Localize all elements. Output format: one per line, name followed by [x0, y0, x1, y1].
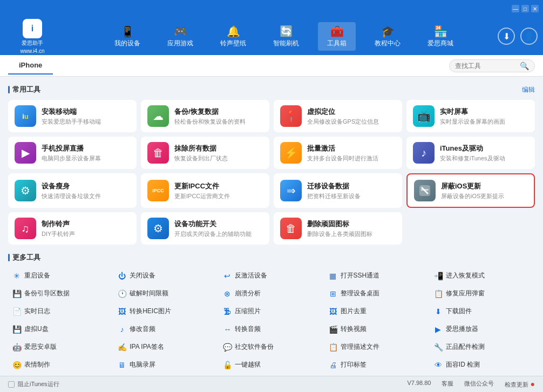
more-tool-item[interactable]: 🤖 爱思安卓版: [8, 339, 113, 355]
common-tool-item[interactable]: ⚙ 设备功能开关 开启或关闭设备上的辅助功能: [141, 212, 269, 245]
more-tool-item[interactable]: 👁 面容ID 检测: [430, 357, 535, 373]
common-tool-item[interactable]: iu 安装移动端 安装爱思助手手移动端: [8, 100, 137, 132]
more-tool-label: 转换视频: [341, 325, 366, 334]
search-input[interactable]: [455, 62, 520, 70]
update-link[interactable]: 检查更新 ●: [505, 380, 535, 389]
close-btn[interactable]: ✕: [531, 5, 539, 12]
more-tool-item[interactable]: 📄 实时日志: [8, 303, 113, 319]
nav-apps[interactable]: 🎮 应用游戏: [159, 22, 201, 51]
shop-icon: 🏪: [434, 25, 447, 38]
tool-icon: ♪: [413, 142, 435, 164]
tool-desc: 把资料迁移至新设备: [307, 192, 361, 200]
more-tool-item[interactable]: 🖼 图片去重: [324, 303, 430, 319]
tool-text: 实时屏幕 实时显示设备屏幕的画面: [440, 107, 505, 126]
more-tool-item[interactable]: 🔧 正品配件检测: [430, 339, 535, 355]
more-tool-item[interactable]: 📋 修复应用弹窗: [430, 286, 535, 301]
common-tool-item[interactable]: ⚡ 批量激活 支持多台设备同时进行激活: [274, 137, 402, 169]
more-tool-item[interactable]: 🕐 破解时间限额: [113, 286, 219, 301]
update-dot: ●: [531, 380, 535, 388]
more-tool-icon: 📋: [329, 343, 337, 352]
iphone-tab[interactable]: iPhone: [8, 57, 53, 75]
more-tool-label: 电脑录屏: [130, 360, 155, 369]
more-tool-item[interactable]: ▶ 爱思播放器: [430, 321, 535, 337]
maximize-btn[interactable]: □: [521, 5, 529, 12]
more-tool-item[interactable]: 📲 进入恢复模式: [430, 268, 535, 283]
status-right: V7.98.80 客服 微信公众号 检查更新 ●: [407, 380, 535, 389]
tool-desc: 快速清理设备垃圾文件: [42, 192, 101, 200]
more-tool-icon: ⬇: [434, 307, 443, 316]
more-tool-item[interactable]: 🗜 压缩照片: [219, 303, 324, 319]
more-tool-item[interactable]: ♪ 修改音频: [113, 321, 219, 337]
more-tool-item[interactable]: 🖥 电脑录屏: [113, 357, 219, 373]
tool-desc: DIY手机铃声: [42, 230, 75, 238]
wechat-link[interactable]: 微信公众号: [464, 380, 494, 389]
more-tool-icon: 🖼: [118, 307, 126, 316]
edit-button[interactable]: 编辑: [522, 85, 535, 94]
common-tool-item[interactable]: 🗑 抹除所有数据 恢复设备到出厂状态: [141, 137, 269, 169]
common-tool-item[interactable]: IPCC 更新IPCC文件 更新IPCC运营商文件: [141, 173, 269, 208]
more-tool-item[interactable]: 🎬 转换视频: [324, 321, 430, 337]
nav-shop[interactable]: 🏪 爱思商城: [419, 22, 461, 51]
more-tool-label: 转换音频: [235, 325, 261, 334]
common-tool-item[interactable]: ♫ 制作铃声 DIY手机铃声: [8, 212, 137, 245]
more-tool-label: 图片去重: [341, 307, 366, 316]
more-tool-item[interactable]: ✍ IPA IPA签名: [113, 339, 219, 355]
common-tool-item[interactable]: 🗑 删除顽固图标 删除设备上各类顽固图标: [274, 212, 402, 245]
common-tool-item[interactable]: 📺 实时屏幕 实时显示设备屏幕的画面: [406, 100, 535, 132]
header-actions: ⬇ 👤: [498, 28, 538, 45]
more-tool-item[interactable]: 🖼 转换HEIC图片: [113, 303, 219, 319]
more-tool-item[interactable]: 💾 备份引导区数据: [8, 286, 113, 301]
more-tool-icon: 📋: [434, 289, 443, 298]
nav-toolbox[interactable]: 🧰 工具箱: [318, 22, 356, 51]
nav-bar: 📱 我的设备 🎮 应用游戏 🔔 铃声壁纸 🔄 智能刷机 🧰 工具箱 🎓 教程中心…: [70, 22, 498, 51]
download-button[interactable]: ⬇: [498, 28, 515, 45]
more-tool-item[interactable]: 🔓 一键越狱: [219, 357, 324, 373]
more-tool-icon: 🕐: [118, 289, 126, 298]
more-tool-icon: ⏻: [118, 272, 126, 280]
tool-text: 更新IPCC文件 更新IPCC运营商文件: [174, 181, 230, 200]
apps-icon: 🎮: [174, 25, 187, 38]
more-tool-item[interactable]: ↩ 反激活设备: [219, 268, 324, 283]
common-tool-item[interactable]: ⇒ 迁移设备数据 把资料迁移至新设备: [274, 173, 402, 208]
window-controls: — □ ✕: [512, 5, 539, 12]
more-tools-grid: ✳ 重启设备 ⏻ 关闭设备 ↩ 反激活设备 ▦ 打开SSH通道 📲 进入恢复模式…: [8, 268, 535, 373]
user-button[interactable]: 👤: [520, 28, 538, 45]
more-tool-icon: ✍: [118, 343, 126, 352]
common-tool-item[interactable]: ♪ iTunes及驱动 安装和修复iTunes及驱动: [406, 137, 535, 169]
more-tool-icon: 🔓: [223, 361, 232, 369]
nav-flash-label: 智能刷机: [273, 39, 299, 48]
more-tool-label: 破解时间限额: [130, 289, 168, 298]
more-tool-label: 修改音频: [130, 325, 155, 334]
more-tool-item[interactable]: ⊞ 整理设备桌面: [324, 286, 430, 301]
common-tool-item[interactable]: ⚙ 设备瘦身 快速清理设备垃圾文件: [8, 173, 137, 208]
minimize-btn[interactable]: —: [512, 5, 519, 12]
logo[interactable]: i 爱思助手 www.i4.cn: [5, 19, 59, 54]
more-tool-item[interactable]: ✳ 重启设备: [8, 268, 113, 283]
nav-my-device[interactable]: 📱 我的设备: [106, 22, 148, 51]
service-link[interactable]: 客服: [442, 380, 453, 389]
itunes-checkbox[interactable]: [8, 381, 15, 388]
tool-icon: ⚙: [15, 180, 36, 201]
more-tool-label: 面容ID 检测: [446, 360, 480, 369]
common-tool-item[interactable]: ☁ 备份/恢复数据 轻松备份和恢复设备的资料: [141, 100, 269, 132]
update-label: 检查更新: [505, 381, 528, 388]
nav-ringtones[interactable]: 🔔 铃声壁纸: [212, 22, 254, 51]
more-tool-item[interactable]: 😊 表情制作: [8, 357, 113, 373]
more-tool-item[interactable]: ⏻ 关闭设备: [113, 268, 219, 283]
common-tool-item[interactable]: ▶ 手机投屏直播 电脑同步显示设备屏幕: [8, 137, 137, 169]
more-tool-item[interactable]: 📋 管理描述文件: [324, 339, 430, 355]
more-tool-label: 转换HEIC图片: [130, 307, 171, 316]
nav-flash[interactable]: 🔄 智能刷机: [265, 22, 307, 51]
nav-tutorial[interactable]: 🎓 教程中心: [366, 22, 409, 51]
more-tool-item[interactable]: 💾 虚拟U盘: [8, 321, 113, 337]
more-tool-item[interactable]: ⊗ 崩溃分析: [219, 286, 324, 301]
more-tool-icon: 📄: [12, 307, 21, 316]
common-tool-item[interactable]: 屏蔽iOS更新 屏蔽设备的iOS更新提示: [406, 173, 535, 208]
common-tool-item[interactable]: 📍 虚拟定位 全局修改设备GPS定位信息: [274, 100, 402, 132]
more-tool-item[interactable]: ▦ 打开SSH通道: [324, 268, 430, 283]
more-tool-item[interactable]: 💬 社交软件备份: [219, 339, 324, 355]
tool-text: 抹除所有数据 恢复设备到出厂状态: [174, 144, 228, 163]
more-tool-item[interactable]: ↔ 转换音频: [219, 321, 324, 337]
more-tool-item[interactable]: ⬇ 下载固件: [430, 303, 535, 319]
more-tool-item[interactable]: 🖨 打印标签: [324, 357, 430, 373]
